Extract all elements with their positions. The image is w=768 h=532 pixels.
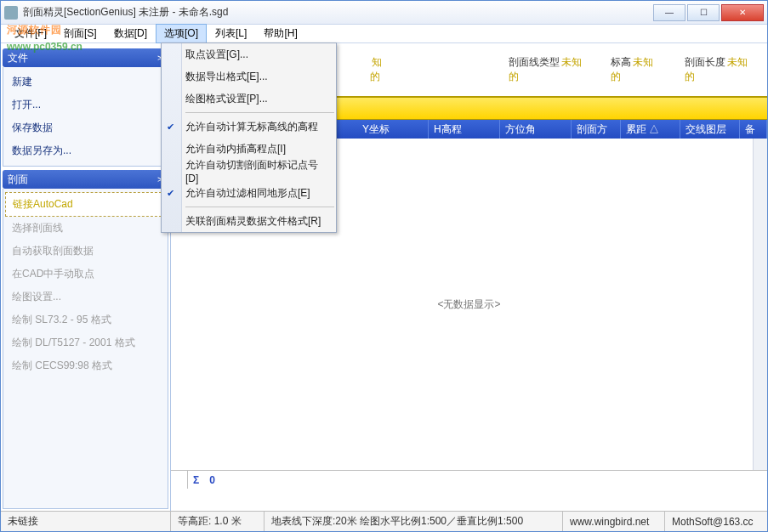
col-azimuth[interactable]: 方位角 [500,120,572,139]
dd-separator [185,207,334,207]
dd-separator [185,112,334,113]
dd-export-format[interactable]: 数据导出格式[E]... [162,65,336,88]
status-scale: 地表线下深度:20米 绘图水平比例1:500／垂直比例1:500 [265,512,563,531]
status-link: 未链接 [1,512,171,531]
status-url[interactable]: www.wingbird.net [563,512,665,531]
maximize-button[interactable]: ☐ [687,4,720,21]
close-button[interactable]: ✕ [721,4,764,21]
sigma-symbol: Σ [188,474,204,486]
col-layer[interactable]: 交线图层 [680,120,740,139]
menu-section[interactable]: 剖面[S] [55,24,105,43]
sidebar-group-file[interactable]: 文件 ≫ [3,48,168,67]
scrollbar-vertical[interactable] [753,139,767,470]
sidebar-item-manual-point[interactable]: 在CAD中手动取点 [5,263,166,286]
sigma-row: Σ 0 [171,470,767,489]
dd-associate-format[interactable]: 关联剖面精灵数据文件格式[R] [162,210,336,232]
sidebar-item-draw-cecs99[interactable]: 绘制 CECS99:98 格式 [5,354,166,377]
col-h[interactable]: H高程 [429,120,500,139]
info-hint: 知的 [370,56,382,82]
col-y[interactable]: Y坐标 [357,120,429,139]
menubar: 文件[F] 剖面[S] 数据[D] 选项[O] 列表[L] 帮助[H] [1,25,767,43]
menu-data[interactable]: 数据[D] [105,24,156,43]
dd-auto-interpolate[interactable]: 允许自动内插高程点[I] [162,138,336,160]
sigma-value: 0 [204,474,220,486]
sidebar-item-draw-dlt5127[interactable]: 绘制 DL/T5127 - 2001 格式 [5,331,166,354]
status-mail[interactable]: MothSoft@163.cc [665,512,767,531]
info-type-label: 剖面线类型 [509,56,560,68]
sidebar-item-save[interactable]: 保存数据 [5,116,166,139]
sidebar: 文件 ≫ 新建 打开... 保存数据 数据另存为... 剖面 ≫ 链接AutoC… [1,43,171,511]
window-title: 剖面精灵[SectionGenius] 未注册 - 未命名.sgd [23,5,653,20]
info-elev-label: 标高 [611,56,631,68]
dd-auto-mark-point[interactable]: 允许自动切割剖面时标记点号[D] [162,160,336,182]
status-contour: 等高距: 1.0 米 [171,512,265,531]
sidebar-item-draw-settings[interactable]: 绘图设置... [5,286,166,308]
titlebar: 剖面精灵[SectionGenius] 未注册 - 未命名.sgd — ☐ ✕ [1,1,767,25]
sidebar-item-draw-sl73[interactable]: 绘制 SL73.2 - 95 格式 [5,308,166,331]
col-remark[interactable]: 备 [740,120,767,139]
sidebar-item-auto-data[interactable]: 自动获取剖面数据 [5,240,166,263]
col-distance[interactable]: 累距 △ [621,120,680,139]
sidebar-item-open[interactable]: 打开... [5,93,166,116]
dd-point-settings[interactable]: 取点设置[G]... [162,43,336,65]
menu-file[interactable]: 文件[F] [6,24,55,43]
col-direction[interactable]: 剖面方向 [572,120,621,139]
app-icon [4,6,18,20]
sidebar-group-title: 文件 [8,51,28,65]
menu-list[interactable]: 列表[L] [207,24,255,43]
sidebar-item-saveas[interactable]: 数据另存为... [5,139,166,162]
minimize-button[interactable]: — [653,4,686,21]
dd-draw-format[interactable]: 绘图格式设置[P]... [162,88,336,110]
dd-auto-elevation[interactable]: 允许自动计算无标高线的高程 [162,116,336,138]
menu-options[interactable]: 选项[O] [156,24,207,43]
sidebar-item-select-line[interactable]: 选择剖面线 [5,217,166,240]
empty-message: <无数据显示> [437,297,500,312]
info-len-label: 剖面长度 [685,56,725,68]
menu-help[interactable]: 帮助[H] [255,24,305,43]
options-dropdown: 取点设置[G]... 数据导出格式[E]... 绘图格式设置[P]... 允许自… [161,42,337,233]
dd-auto-filter[interactable]: 允许自动过滤相同地形点[E] [162,182,336,204]
sidebar-group-title: 剖面 [8,173,28,187]
sidebar-item-link-autocad[interactable]: 链接AutoCad [5,192,166,217]
sidebar-group-section[interactable]: 剖面 ≫ [3,170,168,189]
statusbar: 未链接 等高距: 1.0 米 地表线下深度:20米 绘图水平比例1:500／垂直… [1,511,767,531]
sidebar-item-new[interactable]: 新建 [5,71,166,93]
